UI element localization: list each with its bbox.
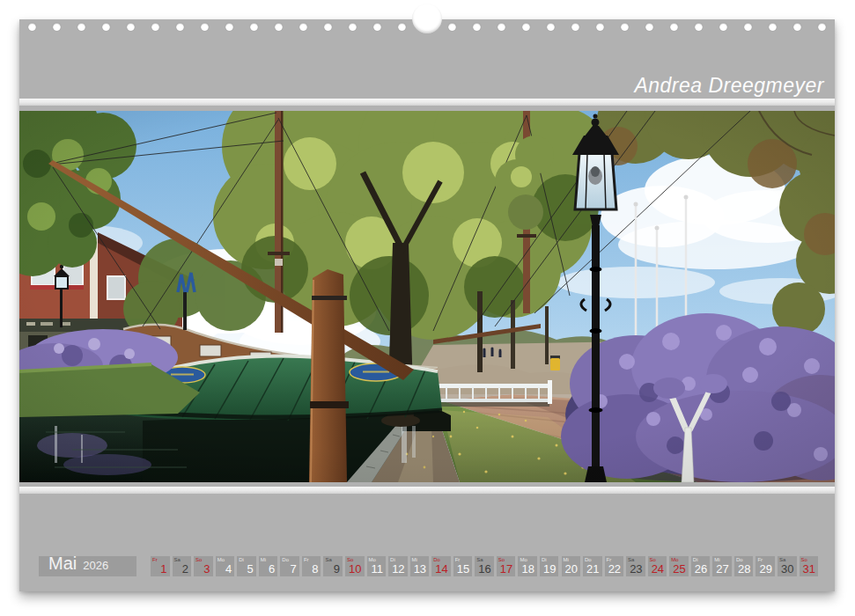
day-number: 20 xyxy=(565,563,578,575)
binding-hole xyxy=(127,23,135,31)
day-of-week-label: Do xyxy=(282,557,289,563)
divider-bottom xyxy=(19,487,835,494)
calendar-strip: Mai2026 Fr1Sa2So3Mo4Di5Mi6Do7Fr8Sa9So10M… xyxy=(19,556,835,576)
day-number: 29 xyxy=(759,563,771,575)
day-number: 19 xyxy=(543,563,556,575)
day-number: 4 xyxy=(225,563,232,575)
day-cell-19: Di19 xyxy=(540,556,559,576)
day-number: 15 xyxy=(457,563,469,575)
binding-hole xyxy=(621,23,629,31)
day-of-week-label: So xyxy=(195,557,202,563)
month-box: Mai2026 xyxy=(39,556,136,576)
binding-hole xyxy=(349,23,357,31)
day-cell-31: So31 xyxy=(800,556,819,576)
day-cell-13: Mi13 xyxy=(410,556,430,576)
binding-hole xyxy=(225,23,233,31)
day-of-week-label: Mo xyxy=(217,557,225,563)
day-cell-7: Do7 xyxy=(280,556,299,576)
day-cell-6: Mi6 xyxy=(259,556,278,576)
day-number: 7 xyxy=(291,563,297,575)
binding-hole xyxy=(793,23,801,31)
binding-hole xyxy=(102,23,110,31)
binding-hole xyxy=(571,23,579,31)
day-cell-24: So24 xyxy=(648,556,667,576)
binding-hole xyxy=(547,23,555,31)
binding-hole xyxy=(645,23,653,31)
day-cell-15: Fr15 xyxy=(453,556,473,576)
day-number: 2 xyxy=(182,563,188,575)
day-cell-2: Sa2 xyxy=(173,556,192,576)
day-number: 11 xyxy=(372,563,384,575)
binding-hole xyxy=(670,23,678,31)
day-number: 13 xyxy=(414,563,426,575)
binding-hole xyxy=(498,23,505,31)
day-number: 9 xyxy=(334,563,340,575)
day-cell-30: Sa30 xyxy=(778,556,797,576)
day-cell-26: Di26 xyxy=(691,556,711,576)
day-cell-3: So3 xyxy=(194,556,213,576)
day-of-week-label: Sa xyxy=(325,557,331,563)
day-number: 17 xyxy=(500,563,512,575)
binding-hole xyxy=(373,23,381,31)
day-cell-12: Di12 xyxy=(388,556,408,576)
binding-hole xyxy=(77,23,85,31)
day-cell-20: Mi20 xyxy=(562,556,581,576)
binding-hole xyxy=(151,23,159,31)
day-cell-4: Mo4 xyxy=(216,556,235,576)
binding-hole xyxy=(299,23,307,31)
day-cell-22: Fr22 xyxy=(605,556,624,576)
binding-hole xyxy=(398,23,406,31)
calendar-page: Andrea Dreegmeyer xyxy=(19,19,835,591)
day-number: 5 xyxy=(247,563,253,575)
day-number: 12 xyxy=(392,563,404,575)
day-of-week-label: Fr xyxy=(152,557,158,563)
binding-hole xyxy=(522,23,530,31)
day-number: 25 xyxy=(673,563,685,575)
hanger-cutout xyxy=(412,4,442,33)
day-cell-27: Mi27 xyxy=(712,556,732,576)
day-cell-28: Do28 xyxy=(734,556,754,576)
day-number: 18 xyxy=(521,563,534,575)
binding-hole xyxy=(448,23,456,31)
year-label: 2026 xyxy=(83,559,108,572)
day-of-week-label: Mi xyxy=(261,557,266,563)
binding-hole xyxy=(473,23,481,31)
day-number: 8 xyxy=(312,563,318,575)
day-number: 22 xyxy=(608,563,621,575)
binding-hole xyxy=(324,23,332,31)
day-number: 23 xyxy=(630,563,642,575)
binding-hole xyxy=(744,23,752,31)
day-number: 21 xyxy=(586,563,599,575)
day-cell-25: Mo25 xyxy=(669,556,689,576)
day-of-week-label: Di xyxy=(239,557,244,563)
day-cell-1: Fr1 xyxy=(151,556,170,576)
binding-hole xyxy=(201,23,209,31)
day-cell-5: Di5 xyxy=(237,556,256,576)
day-cell-16: Sa16 xyxy=(475,556,494,576)
binding-hole xyxy=(818,23,826,31)
day-cell-8: Fr8 xyxy=(302,556,321,576)
photo xyxy=(19,111,835,482)
day-of-week-label: Sa xyxy=(174,557,181,563)
binding-hole xyxy=(250,23,258,31)
day-number: 16 xyxy=(478,563,490,575)
day-number: 28 xyxy=(738,563,750,575)
day-number: 27 xyxy=(716,563,728,575)
binding-hole xyxy=(28,23,36,31)
day-number: 3 xyxy=(203,563,210,575)
binding-hole xyxy=(695,23,703,31)
photo-illustration xyxy=(19,111,835,482)
day-cell-18: Mo18 xyxy=(518,556,537,576)
binding-hole xyxy=(596,23,604,31)
divider-top xyxy=(19,99,835,106)
day-cell-11: Mo11 xyxy=(367,556,387,576)
day-cell-29: Fr29 xyxy=(755,556,775,576)
day-cell-10: So10 xyxy=(345,556,365,576)
binding-hole xyxy=(176,23,184,31)
author-name: Andrea Dreegmeyer xyxy=(634,74,824,98)
day-cell-9: Sa9 xyxy=(323,556,343,576)
binding-hole xyxy=(769,23,777,31)
day-number: 30 xyxy=(781,563,793,575)
binding-hole xyxy=(275,23,283,31)
day-number: 26 xyxy=(695,563,707,575)
